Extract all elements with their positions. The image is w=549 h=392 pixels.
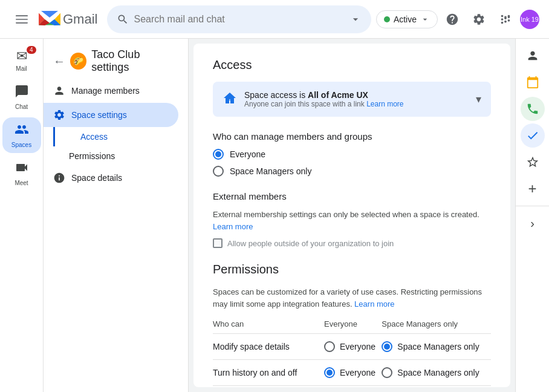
sidebar-item-mail[interactable]: ✉ 4 Mail xyxy=(2,44,41,77)
permissions-title: Permissions xyxy=(213,263,491,276)
use-atall-everyone-cell[interactable]: Everyone xyxy=(324,386,382,388)
sidebar-item-spaces[interactable]: Spaces xyxy=(2,117,41,153)
search-input[interactable] xyxy=(134,14,344,25)
chat-icon xyxy=(15,84,29,102)
star-right-icon[interactable] xyxy=(521,150,545,174)
modify-space-everyone-cell[interactable]: Everyone xyxy=(324,334,382,360)
who-can-manage-title: Who can manage members and groups xyxy=(213,131,491,142)
modify-everyone-radio[interactable] xyxy=(324,341,335,352)
access-card-left: Space access is All of Acme UX Anyone ca… xyxy=(223,90,404,108)
turn-history-everyone-option[interactable]: Everyone xyxy=(324,367,382,378)
turn-history-everyone-text: Everyone xyxy=(340,368,375,377)
use-atall-label: Use @all xyxy=(213,386,324,388)
spaces-icon xyxy=(15,122,29,140)
modify-everyone-option[interactable]: Everyone xyxy=(324,341,382,352)
use-atall-managers-cell[interactable]: Space Managers only xyxy=(382,386,491,388)
nav-space-details[interactable]: Space details xyxy=(44,166,178,190)
access-card-text: Space access is All of Acme UX xyxy=(244,90,404,100)
sidebar: ✉ 4 Mail Chat Spaces Meet xyxy=(0,39,44,392)
right-panel: + › xyxy=(515,39,549,392)
active-chevron-icon xyxy=(420,15,430,24)
space-managers-option[interactable]: Space Managers only xyxy=(213,166,491,177)
who-can-manage-group: Everyone Space Managers only xyxy=(213,149,491,177)
permissions-learn-more[interactable]: Learn more xyxy=(354,299,394,309)
everyone-option[interactable]: Everyone xyxy=(213,149,491,160)
search-bar[interactable] xyxy=(107,5,371,33)
modify-managers-radio[interactable] xyxy=(382,341,392,352)
main-layout: ✉ 4 Mail Chat Spaces Meet ← 🌮 Ta xyxy=(0,39,549,392)
app-name: Gmail xyxy=(63,11,97,27)
everyone-label: Everyone xyxy=(230,149,265,159)
active-label: Active xyxy=(394,15,417,24)
turn-history-label: Turn history on and off xyxy=(213,360,324,386)
modify-managers-text: Space Managers only xyxy=(397,342,479,351)
search-dropdown-icon[interactable] xyxy=(349,13,362,25)
nav-manage-members[interactable]: Manage members xyxy=(44,79,178,103)
external-checkbox-label: Allow people outside of your organizatio… xyxy=(227,239,394,248)
managers-col-header: Space Managers only xyxy=(382,315,491,334)
space-icon: 🌮 xyxy=(70,53,86,70)
contacts-right-icon[interactable] xyxy=(521,44,545,68)
topbar-right: Active Ink 19 xyxy=(376,7,539,31)
turn-history-managers-text: Space Managers only xyxy=(397,368,479,377)
access-card-chevron-icon: ▾ xyxy=(476,93,481,106)
space-managers-radio[interactable] xyxy=(213,166,224,177)
table-row: Turn history on and off Everyone Space M… xyxy=(213,360,491,386)
sidebar-item-meet[interactable]: Meet xyxy=(2,155,41,191)
nav-sub-permissions[interactable]: Permissions xyxy=(44,146,188,166)
external-checkbox-item[interactable]: Allow people outside of your organizatio… xyxy=(213,238,491,248)
mail-badge: 4 xyxy=(27,46,36,54)
svg-rect-2 xyxy=(16,22,28,24)
app-logo: Gmail xyxy=(39,11,97,27)
access-card-text-container: Space access is All of Acme UX Anyone ca… xyxy=(244,90,404,108)
external-members-desc: External membership settings can only be… xyxy=(213,209,491,232)
access-learn-more[interactable]: Learn more xyxy=(366,100,403,108)
sidebar-item-mail-label: Mail xyxy=(16,65,27,72)
access-card[interactable]: Space access is All of Acme UX Anyone ca… xyxy=(213,82,491,117)
check-right-icon[interactable] xyxy=(521,123,545,148)
mail-icon: ✉ xyxy=(16,48,27,64)
nav-space-settings[interactable]: Space settings xyxy=(44,103,178,127)
space-settings-title: Taco Club settings xyxy=(91,48,178,74)
apps-button[interactable] xyxy=(493,7,518,31)
search-icon xyxy=(117,13,129,25)
settings-button[interactable] xyxy=(467,7,491,31)
table-row: Modify space details Everyone Space Mana… xyxy=(213,334,491,360)
help-button[interactable] xyxy=(440,7,464,31)
modify-space-managers-cell[interactable]: Space Managers only xyxy=(382,334,491,360)
permissions-section: Permissions Spaces can be customized for… xyxy=(213,263,491,387)
info-icon xyxy=(53,172,65,184)
modify-managers-option[interactable]: Space Managers only xyxy=(382,341,491,352)
modify-space-label: Modify space details xyxy=(213,334,324,360)
topbar: Gmail Active Ink 19 xyxy=(0,0,549,39)
plus-right-icon[interactable]: + xyxy=(521,177,545,201)
nav-panel: ← 🌮 Taco Club settings Manage members Sp… xyxy=(44,39,189,392)
turn-history-everyone-radio[interactable] xyxy=(324,367,335,378)
back-arrow-icon: ← xyxy=(53,54,65,68)
svg-rect-1 xyxy=(16,19,28,20)
sidebar-item-chat[interactable]: Chat xyxy=(2,79,41,115)
active-status[interactable]: Active xyxy=(376,10,438,28)
external-learn-more[interactable]: Learn more xyxy=(213,222,253,231)
settings-icon xyxy=(53,109,65,121)
external-checkbox[interactable] xyxy=(213,238,223,248)
person-icon xyxy=(53,85,65,97)
turn-history-everyone-cell[interactable]: Everyone xyxy=(324,360,382,386)
chevron-right-icon[interactable]: › xyxy=(521,211,545,235)
turn-history-managers-option[interactable]: Space Managers only xyxy=(382,367,491,378)
everyone-radio[interactable] xyxy=(213,149,224,160)
sidebar-item-meet-label: Meet xyxy=(15,180,28,186)
external-members-title: External members xyxy=(213,191,491,201)
permissions-desc: Spaces can be customized for a variety o… xyxy=(213,286,491,310)
turn-history-managers-radio[interactable] xyxy=(382,367,392,378)
hamburger-menu[interactable] xyxy=(10,7,34,31)
permissions-table: Who can Everyone Space Managers only Mod… xyxy=(213,315,491,387)
nav-back-button[interactable]: ← 🌮 Taco Club settings xyxy=(44,44,188,79)
nav-sub-access[interactable]: Access xyxy=(53,127,188,146)
calendar-right-icon[interactable] xyxy=(521,70,545,94)
active-dot xyxy=(384,16,390,22)
access-bold-text: All of Acme UX xyxy=(308,90,368,100)
avatar[interactable]: Ink 19 xyxy=(520,10,539,29)
turn-history-managers-cell[interactable]: Space Managers only xyxy=(382,360,491,386)
phone-right-icon[interactable] xyxy=(521,97,545,121)
